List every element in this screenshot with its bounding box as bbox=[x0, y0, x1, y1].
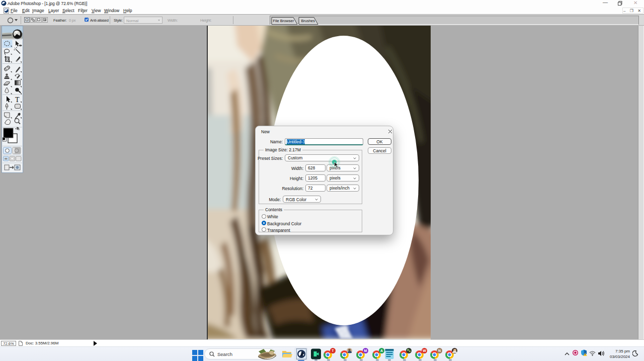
svg-text:Brushes: Brushes bbox=[301, 19, 315, 23]
svg-text:T: T bbox=[15, 96, 20, 104]
svg-text:File Browser: File Browser bbox=[273, 19, 294, 23]
